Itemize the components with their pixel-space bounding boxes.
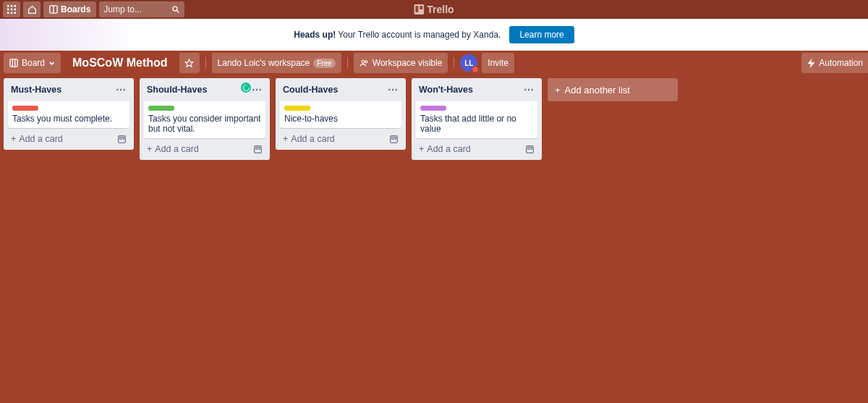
- learn-more-button[interactable]: Learn more: [509, 26, 574, 43]
- svg-rect-30: [528, 147, 532, 148]
- banner-message: Your Trello account is managed by Xanda.: [336, 30, 501, 40]
- card-label[interactable]: [284, 106, 310, 111]
- info-banner: Heads up! Your Trello account is managed…: [0, 19, 868, 51]
- card[interactable]: Nice-to-haves: [280, 101, 401, 128]
- automation-button[interactable]: Automation: [801, 53, 868, 73]
- board-name[interactable]: MoSCoW Method: [65, 53, 175, 73]
- plus-icon: +: [147, 144, 152, 154]
- avatar-badge-icon: [472, 66, 479, 73]
- template-button[interactable]: [525, 145, 535, 154]
- svg-rect-1: [11, 5, 13, 7]
- trello-logo-icon: [414, 4, 424, 14]
- add-card-button[interactable]: +Add a card: [144, 143, 265, 156]
- svg-rect-7: [11, 12, 13, 14]
- add-list-label: Add another list: [565, 85, 630, 96]
- list-header[interactable]: Could-Haves ⋯: [280, 82, 401, 97]
- banner-gradient: [0, 19, 145, 51]
- list-menu-button[interactable]: ⋯: [116, 84, 127, 96]
- svg-rect-4: [11, 9, 13, 11]
- list-menu-button[interactable]: ⋯: [524, 84, 535, 96]
- divider: [205, 57, 206, 69]
- visibility-button[interactable]: Workspace visible: [354, 53, 448, 73]
- plus-icon: +: [11, 134, 16, 144]
- grid-icon: [7, 5, 16, 14]
- bolt-icon: [807, 59, 815, 68]
- top-header: Boards Jump to... Trello: [0, 0, 868, 19]
- svg-marker-19: [185, 59, 193, 67]
- board-canvas: Must-Haves ⋯ Tasks you must complete. +A…: [0, 75, 868, 163]
- invite-button[interactable]: Invite: [482, 53, 514, 73]
- board-header: Board MoSCoW Method Lando Loic's workspa…: [0, 51, 868, 75]
- list-header[interactable]: Should-Haves ⋯: [144, 82, 265, 97]
- home-button[interactable]: [23, 1, 41, 17]
- list-must-haves: Must-Haves ⋯ Tasks you must complete. +A…: [4, 78, 134, 150]
- member-avatar[interactable]: LL: [460, 54, 477, 72]
- workspace-name: Lando Loic's workspace: [218, 58, 310, 68]
- add-card-button[interactable]: +Add a card: [8, 132, 129, 145]
- plus-icon: +: [555, 85, 561, 96]
- list-header[interactable]: Must-Haves ⋯: [8, 82, 129, 97]
- board-view-label: Board: [22, 58, 45, 68]
- visibility-label: Workspace visible: [373, 58, 442, 68]
- list-could-haves: Could-Haves ⋯ Nice-to-haves +Add a card: [276, 78, 406, 150]
- svg-rect-16: [10, 59, 17, 67]
- boards-button[interactable]: Boards: [43, 1, 96, 17]
- svg-rect-24: [120, 137, 124, 138]
- svg-point-21: [365, 60, 367, 62]
- svg-point-20: [362, 60, 365, 63]
- list-title: Won't-Haves: [419, 85, 473, 95]
- free-badge: Free: [313, 59, 336, 68]
- list-header[interactable]: Won't-Haves ⋯: [416, 82, 537, 97]
- add-card-label: Add a card: [291, 134, 334, 144]
- add-card-label: Add a card: [19, 134, 62, 144]
- card-label[interactable]: [148, 106, 174, 111]
- workspace-button[interactable]: Lando Loic's workspace Free: [212, 53, 341, 73]
- template-button[interactable]: [389, 135, 399, 144]
- grammarly-icon[interactable]: [241, 82, 251, 93]
- people-icon: [359, 59, 369, 68]
- card[interactable]: Tasks that add little or no value: [416, 101, 537, 138]
- boards-label: Boards: [61, 4, 90, 14]
- template-button[interactable]: [253, 145, 263, 154]
- list-should-haves: Should-Haves ⋯ Tasks you consider import…: [140, 78, 270, 160]
- svg-rect-5: [14, 9, 17, 11]
- card[interactable]: Tasks you consider important but not vit…: [144, 101, 265, 138]
- svg-rect-2: [14, 5, 17, 7]
- banner-heads-up: Heads up!: [294, 30, 336, 40]
- list-title: Could-Haves: [283, 85, 338, 95]
- add-card-label: Add a card: [155, 144, 198, 154]
- board-view-button[interactable]: Board: [4, 53, 61, 73]
- list-menu-button[interactable]: ⋯: [252, 84, 263, 96]
- plus-icon: +: [419, 144, 424, 154]
- add-list-button[interactable]: + Add another list: [548, 78, 678, 101]
- avatar-initials: LL: [464, 59, 473, 67]
- svg-rect-26: [256, 147, 260, 148]
- svg-rect-15: [420, 6, 422, 9]
- svg-rect-3: [7, 9, 9, 11]
- template-icon: [253, 145, 263, 154]
- card-text: Nice-to-haves: [284, 114, 338, 124]
- banner-text: Heads up! Your Trello account is managed…: [294, 30, 501, 40]
- card-text: Tasks that add little or no value: [420, 114, 516, 134]
- star-button[interactable]: [179, 53, 200, 73]
- add-card-button[interactable]: +Add a card: [280, 132, 401, 145]
- automation-label: Automation: [819, 58, 863, 68]
- divider: [454, 57, 454, 69]
- apps-button[interactable]: [3, 1, 20, 17]
- card-label[interactable]: [12, 106, 38, 111]
- search-icon: [171, 5, 180, 14]
- template-icon: [525, 145, 535, 154]
- list-wont-haves: Won't-Haves ⋯ Tasks that add little or n…: [412, 78, 542, 160]
- list-title: Should-Haves: [147, 85, 207, 95]
- card-label[interactable]: [420, 106, 446, 111]
- template-icon: [117, 135, 127, 144]
- add-card-button[interactable]: +Add a card: [416, 143, 537, 156]
- add-card-label: Add a card: [427, 144, 470, 154]
- card-text: Tasks you must complete.: [12, 114, 112, 124]
- card[interactable]: Tasks you must complete.: [8, 101, 129, 128]
- board-view-icon: [9, 59, 18, 67]
- list-menu-button[interactable]: ⋯: [388, 84, 399, 96]
- svg-rect-28: [392, 137, 396, 138]
- template-button[interactable]: [117, 135, 127, 144]
- jump-search[interactable]: Jump to...: [99, 1, 184, 17]
